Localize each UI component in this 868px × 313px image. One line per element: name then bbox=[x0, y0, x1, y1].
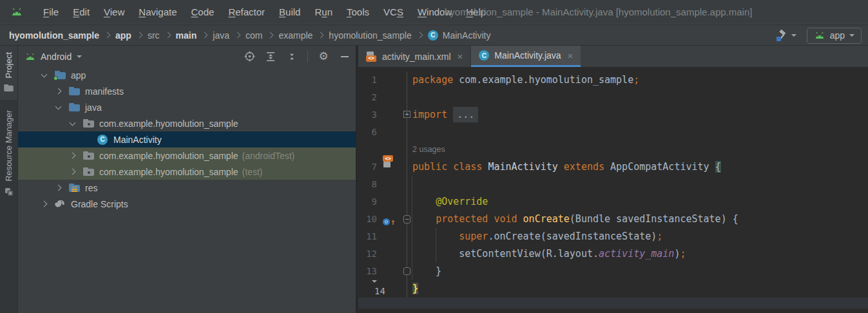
breadcrumb-mainactivity[interactable]: MainActivity bbox=[443, 30, 491, 41]
tab-mainactivity-java[interactable]: C MainActivity.java × bbox=[471, 46, 581, 67]
code-line[interactable]: 9 @Override bbox=[358, 193, 868, 211]
breadcrumb-separator-icon bbox=[202, 32, 208, 39]
menu-view[interactable]: View bbox=[97, 6, 131, 17]
gutter-cell[interactable]: 14 bbox=[358, 280, 407, 298]
gutter-cell[interactable]: 6 bbox=[358, 124, 407, 141]
gutter-cell[interactable]: 2 bbox=[358, 89, 407, 106]
package-icon bbox=[83, 151, 94, 160]
tree-row-java[interactable]: java bbox=[18, 99, 356, 115]
close-tab-icon[interactable]: × bbox=[458, 51, 463, 62]
run-configuration-label: app bbox=[830, 30, 845, 41]
menu-build[interactable]: Build bbox=[272, 6, 307, 17]
tree-row-app[interactable]: app bbox=[18, 67, 356, 83]
tool-window-tab-project[interactable]: Project bbox=[0, 46, 17, 100]
code-area[interactable]: 1package com.example.hyomolution_sample;… bbox=[358, 67, 868, 313]
menu-navigate[interactable]: Navigate bbox=[131, 6, 184, 17]
gutter-cell[interactable]: 1 bbox=[358, 71, 407, 89]
breadcrumb-main[interactable]: main bbox=[176, 30, 197, 41]
tree-row-mainactivity[interactable]: C MainActivity bbox=[18, 131, 356, 147]
chevron-expanded-icon[interactable] bbox=[70, 119, 76, 126]
chevron-collapsed-icon[interactable] bbox=[55, 185, 62, 191]
gutter-cell[interactable]: 10↑− bbox=[358, 211, 407, 228]
menu-vcs[interactable]: VCS bbox=[376, 6, 410, 17]
tree-row-package[interactable]: com.example.hyomolution_sample bbox=[18, 115, 356, 131]
gutter-cell[interactable]: 11 bbox=[358, 228, 407, 245]
tree-row-package-test[interactable]: com.example.hyomolution_sample (test) bbox=[18, 164, 356, 180]
chevron-expanded-icon[interactable] bbox=[41, 71, 48, 77]
menu-tools[interactable]: Tools bbox=[340, 6, 376, 17]
menu-edit[interactable]: Edit bbox=[66, 6, 97, 17]
menu-file[interactable]: File bbox=[36, 6, 66, 17]
code-line[interactable]: 14} bbox=[358, 280, 868, 298]
chevron-collapsed-icon[interactable] bbox=[70, 169, 76, 175]
code-line[interactable]: 11 super.onCreate(savedInstanceState); bbox=[358, 228, 868, 245]
breadcrumb-separator-icon bbox=[318, 32, 324, 39]
tool-window-strip: Project Resource Manager bbox=[0, 46, 17, 313]
chevron-expanded-icon[interactable] bbox=[55, 103, 62, 109]
toolbar-divider bbox=[307, 51, 308, 62]
code-line[interactable]: 3+import ... bbox=[358, 106, 868, 124]
code-line[interactable]: 8 bbox=[358, 176, 868, 193]
navigation-bar: hyomolution_sample app src main java com… bbox=[0, 25, 868, 46]
breadcrumb-app[interactable]: app bbox=[115, 30, 131, 41]
code-line[interactable]: 12 setContentView(R.layout.activity_main… bbox=[358, 245, 868, 263]
indent-guide bbox=[412, 176, 412, 280]
project-panel-header: Android bbox=[18, 46, 356, 67]
chevron-down-icon bbox=[849, 34, 854, 37]
chevron-collapsed-icon[interactable] bbox=[70, 153, 76, 159]
code-line[interactable]: 1package com.example.hyomolution_sample; bbox=[358, 71, 868, 89]
breadcrumb-package[interactable]: hyomolution_sample bbox=[329, 30, 411, 41]
tab-activity-main-xml[interactable]: <> activity_main.xml × bbox=[358, 46, 471, 67]
code-line[interactable]: 13 } bbox=[358, 263, 868, 280]
build-project-button[interactable] bbox=[775, 30, 796, 42]
res-folder-icon bbox=[69, 184, 80, 192]
breadcrumb-separator-icon bbox=[104, 32, 111, 39]
gutter-cell[interactable]: 7<> bbox=[358, 158, 407, 176]
code-text bbox=[407, 124, 412, 141]
gear-icon[interactable]: ⚙ bbox=[318, 51, 329, 62]
indent-guide bbox=[436, 228, 436, 263]
breadcrumb-java[interactable]: java bbox=[213, 30, 229, 41]
code-line[interactable]: 7<>public class MainActivity extends App… bbox=[358, 158, 868, 176]
breadcrumb-com[interactable]: com bbox=[246, 30, 262, 41]
locate-file-icon[interactable] bbox=[244, 51, 255, 62]
android-module-icon bbox=[814, 32, 825, 39]
menu-run[interactable]: Run bbox=[307, 6, 340, 17]
breadcrumb-src[interactable]: src bbox=[148, 30, 160, 41]
gutter-cell[interactable]: 13 bbox=[358, 263, 407, 280]
menu-code[interactable]: Code bbox=[184, 6, 222, 17]
android-studio-logo-icon bbox=[10, 8, 23, 16]
gutter-cell[interactable]: 12 bbox=[358, 245, 407, 263]
gutter-cell[interactable]: 3+ bbox=[358, 106, 407, 124]
tree-row-gradle-scripts[interactable]: Gradle Scripts bbox=[18, 196, 356, 212]
code-line[interactable]: 2 bbox=[358, 89, 868, 106]
hide-panel-icon[interactable] bbox=[339, 51, 351, 62]
chevron-collapsed-icon[interactable] bbox=[41, 201, 48, 207]
chevron-down-icon[interactable] bbox=[77, 55, 82, 58]
tree-row-package-androidtest[interactable]: com.example.hyomolution_sample (androidT… bbox=[18, 147, 356, 164]
chevron-collapsed-icon[interactable] bbox=[55, 88, 62, 95]
expand-all-icon[interactable] bbox=[265, 51, 276, 62]
breadcrumb-project[interactable]: hyomolution_sample bbox=[9, 30, 99, 41]
collapse-all-icon[interactable] bbox=[286, 51, 298, 62]
code-line[interactable]: 6 bbox=[358, 124, 868, 141]
project-view-selector[interactable]: Android bbox=[41, 52, 72, 62]
menu-refactor[interactable]: Refactor bbox=[221, 6, 272, 17]
fold-marker-icon[interactable]: + bbox=[403, 111, 410, 118]
code-line[interactable]: 10↑− protected void onCreate(Bundle save… bbox=[358, 211, 868, 228]
fold-marker-icon[interactable]: − bbox=[403, 215, 410, 223]
tree-row-manifests[interactable]: manifests bbox=[18, 83, 356, 99]
tree-row-res[interactable]: res bbox=[18, 180, 356, 196]
gutter-cell[interactable]: 8 bbox=[358, 176, 407, 193]
tool-window-tab-resource-manager[interactable]: Resource Manager bbox=[0, 104, 17, 204]
fold-marker-icon[interactable] bbox=[403, 267, 410, 275]
line-number: 10 bbox=[366, 211, 377, 228]
breadcrumb-example[interactable]: example bbox=[278, 30, 313, 41]
breadcrumb-separator-icon bbox=[235, 32, 241, 39]
project-panel: Android bbox=[17, 46, 357, 313]
gutter-cell[interactable]: 9 bbox=[358, 193, 407, 211]
line-number: 13 bbox=[366, 263, 377, 280]
code-line[interactable]: 2 usages bbox=[358, 141, 868, 158]
run-configuration-selector[interactable]: app bbox=[807, 28, 862, 44]
close-tab-icon[interactable]: × bbox=[568, 50, 574, 61]
